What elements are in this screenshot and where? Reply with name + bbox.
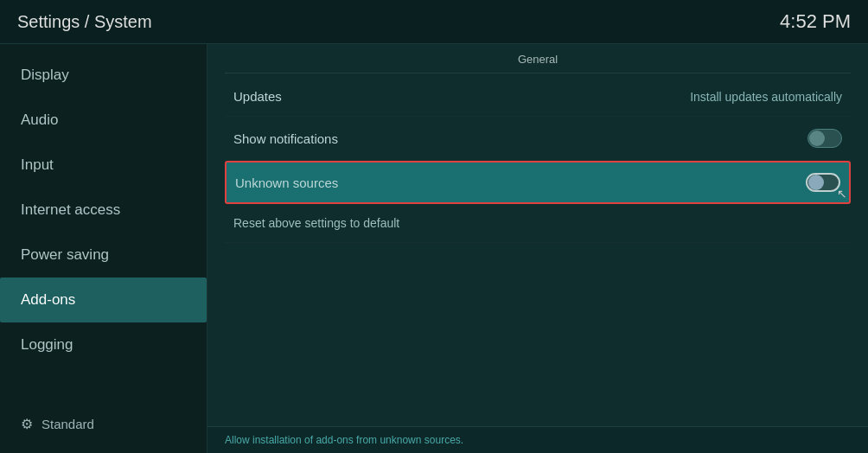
- row-show-notifications: Show notifications: [225, 117, 851, 161]
- updates-value: Install updates automatically: [690, 90, 842, 104]
- page-title: Settings / System: [17, 12, 152, 32]
- show-notifications-toggle[interactable]: [807, 129, 842, 148]
- header: Settings / System 4:52 PM: [0, 0, 868, 44]
- show-notifications-right: [807, 129, 842, 148]
- sidebar-item-display[interactable]: Display: [0, 53, 207, 98]
- row-updates: Updates Install updates automatically: [225, 77, 851, 117]
- unknown-sources-right: ↖: [806, 173, 840, 192]
- sidebar-item-addons[interactable]: Add-ons: [0, 278, 207, 322]
- section-title: General: [225, 44, 851, 73]
- sidebar-item-internet-access[interactable]: Internet access: [0, 188, 207, 233]
- content-area: General Updates Install updates automati…: [207, 44, 868, 453]
- sidebar-item-logging[interactable]: Logging: [0, 322, 207, 367]
- cursor-arrow-icon: ↖: [837, 187, 847, 201]
- sidebar-item-input[interactable]: Input: [0, 143, 207, 188]
- content-inner: General Updates Install updates automati…: [207, 44, 868, 426]
- sidebar-item-audio[interactable]: Audio: [0, 98, 207, 143]
- row-unknown-sources: Unknown sources ↖: [225, 161, 851, 204]
- footer-text: Allow installation of add-ons from unkno…: [225, 434, 463, 446]
- gear-icon: ⚙: [21, 416, 33, 432]
- updates-label: Updates: [233, 89, 282, 104]
- unknown-sources-label: Unknown sources: [235, 175, 338, 190]
- footer-bar: Allow installation of add-ons from unkno…: [207, 426, 868, 453]
- row-reset[interactable]: Reset above settings to default: [225, 204, 851, 243]
- show-notifications-label: Show notifications: [233, 131, 338, 146]
- sidebar: Display Audio Input Internet access Powe…: [0, 44, 207, 453]
- sidebar-item-power-saving[interactable]: Power saving: [0, 233, 207, 278]
- reset-label: Reset above settings to default: [233, 216, 399, 230]
- clock: 4:52 PM: [780, 10, 851, 33]
- unknown-sources-toggle[interactable]: [806, 173, 840, 192]
- main-layout: Display Audio Input Internet access Powe…: [0, 44, 868, 453]
- sidebar-bottom[interactable]: ⚙ Standard: [0, 404, 207, 444]
